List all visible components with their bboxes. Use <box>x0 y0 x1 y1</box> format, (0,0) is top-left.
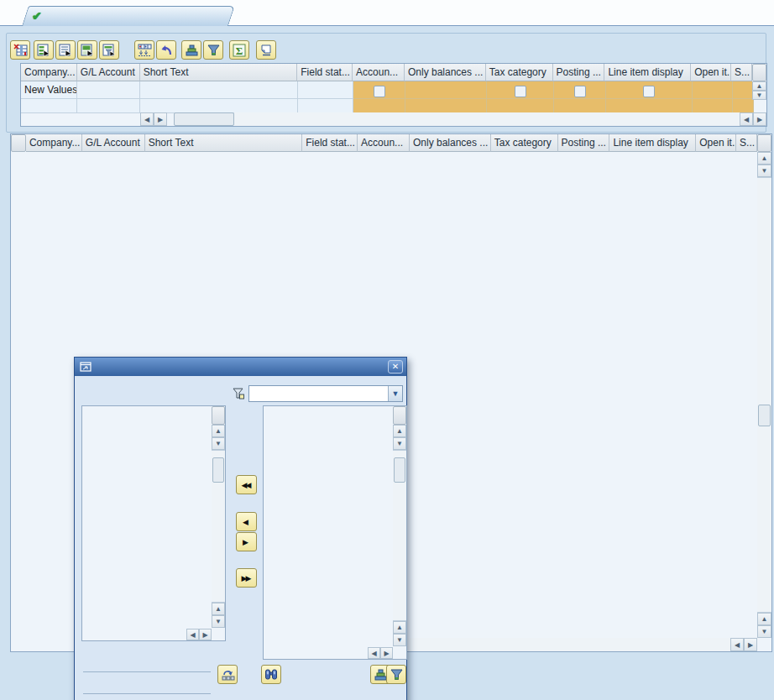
dialog-titlebar[interactable]: ✕ <box>75 358 406 376</box>
new-values-row <box>21 99 766 113</box>
cell-0 <box>21 99 77 113</box>
sort-ascending-button[interactable] <box>55 40 76 60</box>
hgrid-scroll-down[interactable]: ▼ <box>752 91 766 100</box>
cell-10[interactable] <box>733 99 754 113</box>
move-all-left-button[interactable]: ◀◀ <box>236 475 257 494</box>
cell-7[interactable]: ✓ <box>554 81 606 99</box>
table-scroll-up-2[interactable]: ▲ <box>757 613 771 625</box>
pool-list-scroll-up-2[interactable]: ▲ <box>393 621 406 634</box>
left-list-vscroll-thumb[interactable] <box>212 457 224 483</box>
cell-10[interactable] <box>733 81 754 99</box>
pool-list-scroll-down[interactable]: ▼ <box>393 437 406 450</box>
column-header-5[interactable]: Only balances ... <box>410 134 491 152</box>
hgrid-scroll-up[interactable]: ▲ <box>752 81 766 91</box>
print-button[interactable] <box>256 40 276 60</box>
undo-button[interactable] <box>156 40 176 60</box>
column-header-9[interactable]: Open it... <box>696 134 736 152</box>
cell-8[interactable]: ✓ <box>606 81 693 99</box>
hgrid-hscroll-thumb[interactable] <box>174 112 234 126</box>
find-button[interactable] <box>261 665 281 684</box>
checkbox-open-item[interactable]: ✓ <box>643 86 655 97</box>
hgrid-hscroll-track[interactable] <box>234 112 740 126</box>
selection-criteria-list: ▲▼ ▲▼ ◀ ▶ <box>81 405 226 641</box>
sort-button[interactable] <box>181 40 201 60</box>
column-header-9[interactable]: Open it... <box>691 64 731 81</box>
cell-6[interactable] <box>487 99 554 113</box>
right-arrow-icon: ▶ <box>243 538 250 546</box>
column-header-7[interactable]: Posting ... <box>558 134 610 152</box>
cell-5[interactable] <box>405 81 487 99</box>
total-button[interactable]: Σ <box>229 40 249 60</box>
column-header-6[interactable]: Tax category <box>491 134 558 152</box>
details-button[interactable] <box>34 40 54 60</box>
cell-6[interactable]: ✓ <box>487 81 554 99</box>
column-header-1[interactable]: G/L Account <box>77 64 140 81</box>
filter-button[interactable] <box>203 40 223 60</box>
sort-descending-button[interactable] <box>77 40 97 60</box>
column-header-7[interactable]: Posting ... <box>553 64 605 81</box>
chevron-down-icon[interactable]: ▼ <box>388 386 402 401</box>
choose-layout-button[interactable] <box>10 40 30 60</box>
sort-ascending-icon <box>59 44 72 57</box>
column-header-8[interactable]: Line item display <box>604 64 691 81</box>
current-number-field <box>83 670 211 672</box>
pool-list-scroll-right[interactable]: ▶ <box>380 647 393 659</box>
column-header-3[interactable]: Field stat... <box>297 64 353 81</box>
checkbox-only-balances[interactable]: ✓ <box>374 86 385 97</box>
pool-list-scroll-down-2[interactable]: ▼ <box>393 634 406 646</box>
column-header-2[interactable]: Short Text <box>145 134 303 152</box>
table-scroll-right[interactable]: ▶ <box>744 638 757 651</box>
column-header-3[interactable]: Field stat... <box>302 134 358 152</box>
move-right-button[interactable]: ▶ <box>236 532 257 551</box>
column-header-6[interactable]: Tax category <box>486 64 553 81</box>
table-scroll-down-2[interactable]: ▼ <box>757 625 771 638</box>
cell-8[interactable] <box>606 99 693 113</box>
checkbox-posting[interactable]: ✓ <box>515 86 526 97</box>
left-list-scroll-up-2[interactable]: ▲ <box>212 603 225 615</box>
column-header-8[interactable]: Line item display <box>609 134 696 152</box>
column-header-4[interactable]: Accoun... <box>353 64 405 81</box>
table-scroll-down[interactable]: ▼ <box>757 165 771 177</box>
column-header-5[interactable]: Only balances ... <box>405 64 486 81</box>
field-group-dropdown[interactable]: ▼ <box>248 385 403 402</box>
renumber-button[interactable] <box>217 665 238 684</box>
table-vscroll-thumb[interactable] <box>758 405 771 426</box>
move-all-right-button[interactable]: ▶▶ <box>236 568 257 588</box>
hgrid-scroll-left[interactable]: ◀ <box>140 112 154 126</box>
pool-list-vscroll-thumb[interactable] <box>394 457 405 483</box>
left-list-scroll-up[interactable]: ▲ <box>212 425 225 437</box>
hgrid-scroll-right-2[interactable]: ▶ <box>753 112 766 126</box>
cell-7[interactable] <box>554 99 606 113</box>
table-scroll-left[interactable]: ◀ <box>730 638 744 651</box>
left-list-scroll-right[interactable]: ▶ <box>199 629 212 640</box>
cell-9[interactable] <box>693 99 733 113</box>
left-list-scroll-left[interactable]: ◀ <box>186 629 199 640</box>
pool-list-scroll-up[interactable]: ▲ <box>393 425 406 437</box>
selector-column-header[interactable] <box>11 134 26 152</box>
move-left-button[interactable]: ◀ <box>236 512 257 531</box>
hgrid-scroll-right[interactable]: ▶ <box>154 112 167 126</box>
cell-9[interactable] <box>693 81 733 99</box>
dialog-filter-button[interactable] <box>386 665 406 684</box>
set-filter-button[interactable] <box>99 40 119 60</box>
column-header-1[interactable]: G/L Account <box>82 134 145 152</box>
column-header-2[interactable]: Short Text <box>140 64 298 81</box>
cell-4[interactable]: ✓ <box>353 81 405 99</box>
cell-4[interactable] <box>353 99 405 113</box>
column-header-0[interactable]: Company... <box>26 134 82 152</box>
column-header-4[interactable]: Accoun... <box>358 134 410 152</box>
hgrid-scroll-left-2[interactable]: ◀ <box>740 112 753 126</box>
column-header-10[interactable]: S... <box>736 134 757 152</box>
column-header-10[interactable]: S... <box>731 64 752 81</box>
left-list-scroll-down[interactable]: ▼ <box>212 437 225 450</box>
pool-list-scroll-left[interactable]: ◀ <box>368 647 380 659</box>
undo-icon <box>160 44 174 57</box>
column-header-0[interactable]: Company... <box>21 64 77 81</box>
table-scroll-up[interactable]: ▲ <box>757 152 771 165</box>
checkbox-line-item-display[interactable]: ✓ <box>574 86 586 97</box>
tab-gl-account-master[interactable]: ✔ <box>22 6 228 26</box>
fix-columns-button[interactable] <box>134 40 154 60</box>
left-list-scroll-down-2[interactable]: ▼ <box>212 615 225 628</box>
close-icon[interactable]: ✕ <box>388 360 403 374</box>
cell-5[interactable] <box>405 99 487 113</box>
